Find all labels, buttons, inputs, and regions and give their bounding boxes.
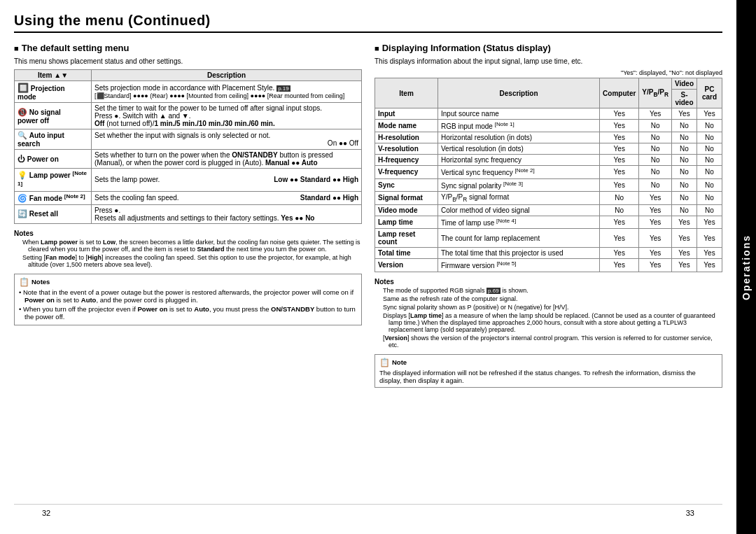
status-col-video: Video bbox=[671, 78, 696, 90]
page-number-right: 33 bbox=[686, 509, 694, 517]
note-item: Setting [Fan mode] to [High] increases t… bbox=[22, 254, 362, 268]
note-bullet: When you turn off the projector even if … bbox=[19, 305, 357, 321]
note-box-icon: 📋 bbox=[379, 358, 390, 367]
item-cell: ⏻ Power on bbox=[15, 150, 92, 169]
desc-cell: The total time that this projector is us… bbox=[438, 248, 600, 259]
item-cell: Video mode bbox=[375, 204, 438, 216]
item-cell: Signal format bbox=[375, 191, 438, 204]
left-section-title: The default setting menu bbox=[14, 43, 362, 53]
item-cell: 🔄 Reset all bbox=[15, 204, 92, 223]
desc-cell: Vertical sync frequency [Note 2] bbox=[438, 166, 600, 178]
right-section-title: Displaying Information (Status display) bbox=[374, 43, 722, 53]
table-row: 🔄 Reset all Press ●. Resets all adjustme… bbox=[15, 204, 362, 223]
desc-cell: Sets projection mode in accordance with … bbox=[92, 81, 362, 103]
table-row: Total time The total time that this proj… bbox=[375, 248, 722, 259]
note-item: Displays [Lamp time] as a measure of whe… bbox=[383, 312, 722, 333]
item-cell: 🔍 Auto inputsearch bbox=[15, 129, 92, 150]
table-row: Video mode Color method of video signal … bbox=[375, 204, 722, 216]
status-col-desc: Description bbox=[438, 78, 600, 108]
page: Using the menu (Continued) The default s… bbox=[0, 0, 756, 534]
note-item: Sync signal polarity shown as P (positiv… bbox=[383, 304, 722, 311]
desc-cell: Set the timer to wait for the power to b… bbox=[92, 103, 362, 129]
item-cell: Mode name bbox=[375, 120, 438, 132]
desc-cell: The count for lamp replacement bbox=[438, 229, 600, 248]
note-box-title: 📋 Note bbox=[379, 358, 718, 367]
status-col-item: Item bbox=[375, 78, 438, 108]
note-box: 📋 Note The displayed information will no… bbox=[374, 354, 722, 388]
desc-cell: Time of lamp use [Note 4] bbox=[438, 216, 600, 228]
page-title: Using the menu (Continued) bbox=[14, 13, 722, 33]
status-notes-list: The mode of supported RGB signals p.69 i… bbox=[374, 287, 722, 349]
table-notes: Notes When Lamp power is set to Low, the… bbox=[14, 230, 362, 268]
notes-list: When Lamp power is set to Low, the scree… bbox=[14, 239, 362, 268]
table-row: Version Firmware version [Note 5] Yes Ye… bbox=[375, 259, 722, 272]
desc-cell: Sets the lamp power. Low ●● Standard ●● … bbox=[92, 169, 362, 192]
item-cell: 📵 No signalpower off bbox=[15, 103, 92, 129]
desc-cell: Color method of video signal bbox=[438, 204, 600, 216]
item-cell: H-frequency bbox=[375, 155, 438, 166]
note-item: When Lamp power is set to Low, the scree… bbox=[22, 239, 362, 253]
desc-cell: Y/PB/PR signal format bbox=[438, 191, 600, 204]
right-column: Displaying Information (Status display) … bbox=[374, 43, 722, 388]
desc-cell: Firmware version [Note 5] bbox=[438, 259, 600, 272]
sidebar-label: Operations bbox=[741, 234, 752, 300]
table-row: H-frequency Horizontal sync frequency Ye… bbox=[375, 155, 722, 166]
table-row: V-frequency Vertical sync frequency [Not… bbox=[375, 166, 722, 178]
item-cell: V-resolution bbox=[375, 143, 438, 155]
desc-cell: Sync signal polarity [Note 3] bbox=[438, 178, 600, 191]
item-cell: Lamp reset count bbox=[375, 229, 438, 248]
note-item: [Version] shows the version of the proje… bbox=[383, 335, 722, 349]
note-item: Same as the refresh rate of the computer… bbox=[383, 295, 722, 302]
left-column: The default setting menu This menu shows… bbox=[14, 43, 362, 388]
status-col-computer: Computer bbox=[600, 78, 639, 108]
desc-cell: Set whether the input with signals is on… bbox=[92, 129, 362, 150]
status-col-ypbpr: Y/PB/PR bbox=[639, 78, 672, 108]
table-row: Sync Sync signal polarity [Note 3] Yes N… bbox=[375, 178, 722, 191]
left-section-subtitle: This menu shows placement status and oth… bbox=[14, 57, 362, 65]
yes-no-note: "Yes": displayed, "No": not displayed bbox=[374, 69, 722, 76]
status-display-table: Item Description Computer Y/PB/PR Video … bbox=[374, 78, 722, 272]
table-row: 🌀 Fan mode [Note 2] Sets the cooling fan… bbox=[15, 191, 362, 204]
page-numbers: 32 33 bbox=[14, 504, 722, 521]
item-cell: 🔲 Projectionmode bbox=[15, 81, 92, 103]
desc-cell: Horizontal resolution (in dots) bbox=[438, 132, 600, 143]
item-cell: 🌀 Fan mode [Note 2] bbox=[15, 191, 92, 204]
desc-cell: Input source name bbox=[438, 108, 600, 120]
item-cell: Version bbox=[375, 259, 438, 272]
item-cell: Lamp time bbox=[375, 216, 438, 228]
status-col-pc: PC card bbox=[697, 78, 722, 108]
note-item: The mode of supported RGB signals p.69 i… bbox=[383, 287, 722, 294]
table-row: 🔲 Projectionmode Sets projection mode in… bbox=[15, 81, 362, 103]
note-icon: 📋 bbox=[19, 277, 29, 287]
desc-cell: RGB input mode [Note 1] bbox=[438, 120, 600, 132]
table-row: Input Input source name Yes Yes Yes Yes bbox=[375, 108, 722, 120]
desc-cell: Vertical resolution (in dots) bbox=[438, 143, 600, 155]
item-cell: Total time bbox=[375, 248, 438, 259]
table-row: H-resolution Horizontal resolution (in d… bbox=[375, 132, 722, 143]
table-row: ⏻ Power on Sets whether to turn on the p… bbox=[15, 150, 362, 169]
table-row: V-resolution Vertical resolution (in dot… bbox=[375, 143, 722, 155]
notes-box-title: 📋 Notes bbox=[19, 277, 357, 287]
table-row: Lamp time Time of lamp use [Note 4] Yes … bbox=[375, 216, 722, 228]
status-col-svideo: S-video bbox=[671, 90, 696, 108]
two-col-layout: The default setting menu This menu shows… bbox=[14, 43, 722, 388]
note-box-content: The displayed information will not be re… bbox=[379, 369, 718, 384]
table-row: 💡 Lamp power [Note 1] Sets the lamp powe… bbox=[15, 169, 362, 192]
notes-box: 📋 Notes Note that in the event of a powe… bbox=[14, 274, 362, 325]
item-cell: V-frequency bbox=[375, 166, 438, 178]
item-cell: Sync bbox=[375, 178, 438, 191]
item-cell: 💡 Lamp power [Note 1] bbox=[15, 169, 92, 192]
item-cell: Input bbox=[375, 108, 438, 120]
desc-cell: Horizontal sync frequency bbox=[438, 155, 600, 166]
note-bullet: Note that in the event of a power outage… bbox=[19, 288, 357, 304]
item-cell: H-resolution bbox=[375, 132, 438, 143]
right-section-subtitle: This displays information about the inpu… bbox=[374, 57, 722, 65]
status-notes-title: Notes bbox=[374, 278, 722, 286]
desc-cell: Press ●. Resets all adjustments and sett… bbox=[92, 204, 362, 223]
default-setting-table: Item ▲▼ Description 🔲 Projectionmode Set… bbox=[14, 69, 362, 224]
right-sidebar: Operations bbox=[736, 0, 756, 534]
table-row: 🔍 Auto inputsearch Set whether the input… bbox=[15, 129, 362, 150]
notes-bullets: Note that in the event of a power outage… bbox=[19, 288, 357, 321]
col-item: Item ▲▼ bbox=[15, 70, 92, 81]
table-row: Mode name RGB input mode [Note 1] Yes No… bbox=[375, 120, 722, 132]
